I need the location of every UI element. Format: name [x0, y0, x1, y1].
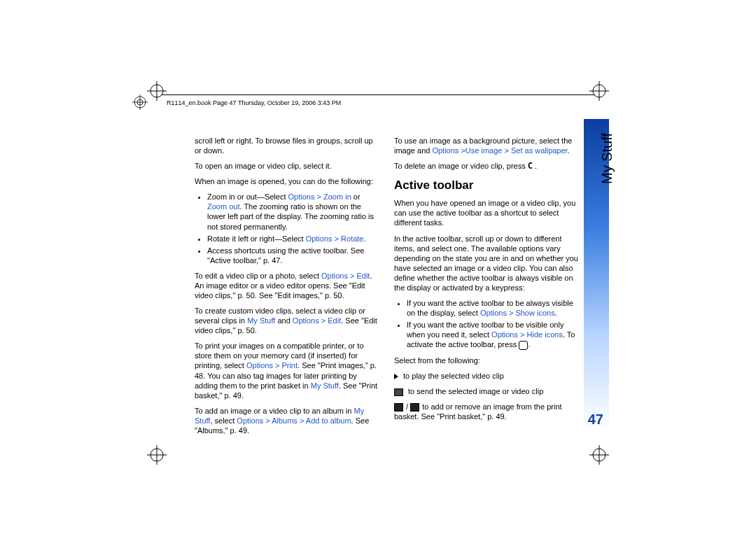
menu-path-link: Options >Use image > Set as wallpaper: [432, 146, 567, 155]
bullet-list: If you want the active toolbar to be alw…: [394, 298, 580, 350]
scroll-key-icon: [519, 341, 528, 350]
icon-option: to send the selected image or video clip: [394, 386, 580, 396]
registration-mark-icon: [132, 94, 148, 110]
print-add-icon: [394, 403, 403, 412]
section-title-vertical: My Stuff: [599, 133, 615, 184]
paragraph: To use an image as a background picture,…: [394, 136, 580, 155]
icon-option: to play the selected video clip: [394, 371, 580, 381]
paragraph: scroll left or right. To browse files in…: [195, 136, 380, 155]
menu-path-link: Options > Show icons: [480, 309, 555, 317]
paragraph: To create custom video clips, select a v…: [195, 306, 380, 335]
right-column: To use an image as a background picture,…: [394, 136, 580, 441]
paragraph: When an image is opened, you can do the …: [195, 176, 380, 186]
paragraph: To edit a video clip or a photo, select …: [195, 271, 380, 300]
crop-mark-icon: [147, 445, 167, 465]
list-item: Access shortcuts using the active toolba…: [207, 246, 380, 265]
crop-mark-icon: [147, 81, 167, 101]
menu-path-link: Options > Print: [246, 361, 298, 370]
menu-path-link: Zoom out: [207, 202, 239, 211]
list-item: If you want the active toolbar to be alw…: [407, 298, 580, 318]
play-icon: [394, 374, 398, 379]
paragraph: When you have opened an image or a video…: [394, 198, 580, 227]
send-icon: [394, 388, 403, 396]
section-heading: Active toolbar: [394, 178, 580, 193]
paragraph: To delete an image or video clip, press …: [394, 161, 580, 171]
print-remove-icon: [410, 403, 419, 412]
clear-key-icon: C: [528, 161, 533, 171]
page-header-text: R1114_en.book Page 47 Thursday, October …: [167, 99, 341, 106]
icon-option: / to add or remove an image from the pri…: [394, 402, 580, 421]
body-content: scroll left or right. To browse files in…: [195, 136, 580, 441]
list-item: Rotate it left or right—Select Options >…: [207, 234, 380, 244]
list-item: If you want the active toolbar to be vis…: [407, 320, 580, 350]
menu-path-link: Options > Edit: [321, 272, 370, 280]
paragraph: To print your images on a compatible pri…: [195, 341, 380, 400]
left-column: scroll left or right. To browse files in…: [195, 136, 380, 441]
menu-path-link: Options > Edit: [293, 316, 341, 325]
header-rule: [161, 94, 595, 95]
paragraph: Select from the following:: [394, 356, 580, 365]
menu-path-link: My Stuff: [247, 316, 275, 325]
list-item: Zoom in or out—Select Options > Zoom in …: [207, 192, 380, 231]
bullet-list: Zoom in or out—Select Options > Zoom in …: [195, 192, 380, 265]
menu-path-link: Options > Hide icons: [491, 330, 563, 339]
menu-path-link: Options > Rotate: [306, 234, 364, 243]
paragraph: To add an image or a video clip to an al…: [195, 406, 380, 435]
paragraph: To open an image or video clip, select i…: [195, 161, 380, 171]
page-number: 47: [588, 412, 603, 428]
menu-path-link: Options > Zoom in: [288, 192, 351, 201]
menu-path-link: Options > Albums > Add to album: [237, 416, 351, 425]
menu-path-link: My Stuff: [311, 381, 339, 390]
manual-page: R1114_en.book Page 47 Thursday, October …: [0, 0, 756, 534]
crop-mark-icon: [589, 445, 609, 465]
paragraph: In the active toolbar, scroll up or down…: [394, 234, 580, 293]
crop-mark-icon: [589, 81, 609, 101]
